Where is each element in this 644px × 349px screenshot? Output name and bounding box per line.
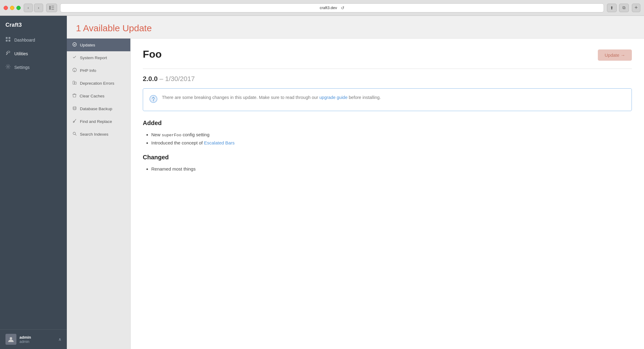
svg-point-10 — [73, 43, 77, 46]
svg-rect-3 — [51, 9, 54, 10]
section-heading-changed: Changed — [143, 154, 632, 161]
address-bar[interactable]: craft3.dev ↺ — [60, 3, 604, 12]
escalated-bars-link[interactable]: Escalated Bars — [204, 140, 235, 145]
forward-button[interactable]: › — [34, 4, 43, 12]
sub-nav-label-database-backup: Database Backup — [80, 107, 112, 111]
sub-nav-label-clear-caches: Clear Caches — [80, 94, 104, 98]
user-menu-chevron[interactable]: ∧ — [58, 337, 61, 342]
forward-icon: › — [38, 5, 39, 10]
upgrade-guide-link[interactable]: upgrade guide — [319, 95, 348, 100]
svg-rect-7 — [9, 40, 10, 42]
user-avatar — [5, 334, 16, 345]
version-number: 2.0.0 — [143, 75, 158, 83]
brand-name: Craft3 — [0, 16, 67, 33]
user-role: admin — [19, 340, 55, 344]
sub-nav-item-deprecation-errors[interactable]: Deprecation Errors — [67, 77, 130, 90]
back-button[interactable]: ‹ — [24, 4, 33, 12]
browser-actions: ⬆ ⧉ — [607, 4, 629, 12]
sub-nav-label-find-replace: Find and Replace — [80, 119, 112, 124]
user-name: admin — [19, 335, 55, 340]
settings-icon — [5, 64, 11, 70]
sidebar-item-label-dashboard: Dashboard — [14, 38, 35, 42]
svg-rect-5 — [9, 37, 10, 39]
system-report-icon — [72, 55, 77, 60]
traffic-lights — [4, 6, 21, 10]
sub-sidebar: Updates System Report i — [67, 39, 131, 349]
sub-nav-label-updates: Updates — [80, 43, 95, 47]
share-icon: ⬆ — [610, 5, 614, 10]
svg-point-9 — [10, 337, 12, 340]
notice-text: There are some breaking changes in this … — [162, 94, 381, 101]
reload-button[interactable]: ↺ — [341, 5, 344, 10]
new-tab-button[interactable]: + — [632, 4, 640, 12]
updates-icon — [72, 42, 77, 48]
minimize-button[interactable] — [10, 6, 14, 10]
clear-caches-icon — [72, 93, 77, 99]
maximize-button[interactable] — [16, 6, 21, 10]
share-button[interactable]: ⬆ — [607, 4, 617, 12]
list-item: New superFoo config setting — [151, 131, 632, 139]
svg-rect-2 — [51, 8, 54, 8]
svg-rect-14 — [75, 82, 76, 84]
sub-nav-item-find-replace[interactable]: Find and Replace — [67, 115, 130, 128]
find-replace-icon — [72, 119, 77, 124]
svg-rect-0 — [49, 6, 51, 10]
added-list: New superFoo config setting Introduced t… — [143, 131, 632, 147]
sidebar-item-label-utilities: Utilities — [14, 51, 28, 56]
sidebar-item-utilities[interactable]: Utilities — [0, 47, 67, 60]
duplicate-button[interactable]: ⧉ — [619, 4, 629, 12]
sub-nav-label-search-indexes: Search Indexes — [80, 132, 108, 137]
nav-buttons: ‹ › — [24, 4, 43, 12]
sub-nav-item-php-info[interactable]: i PHP Info — [67, 64, 130, 77]
utilities-icon — [5, 50, 11, 57]
search-indexes-icon — [72, 131, 77, 137]
changed-list: Renamed most things — [143, 165, 632, 173]
svg-text:i: i — [74, 69, 75, 72]
notice-icon — [149, 95, 158, 105]
package-header: Foo Update → — [143, 48, 632, 64]
section-heading-added: Added — [143, 120, 632, 127]
code-superfoo: superFoo — [162, 133, 181, 137]
list-item: Renamed most things — [151, 165, 632, 173]
list-item: Introduced the concept of Escalated Bars — [151, 139, 632, 147]
content-area: 1 Available Update Updates — [67, 16, 644, 349]
package-title: Foo — [143, 48, 162, 60]
sidebar-toggle-button[interactable] — [46, 4, 57, 12]
update-button[interactable]: Update → — [598, 49, 632, 61]
main-nav: Dashboard Utilities Se — [0, 33, 67, 329]
svg-rect-1 — [51, 6, 54, 6]
sub-nav-label-php-info: PHP Info — [80, 68, 96, 73]
sidebar-item-settings[interactable]: Settings — [0, 60, 67, 74]
sidebar-toggle-icon — [49, 6, 54, 10]
page-header: 1 Available Update — [67, 16, 644, 39]
sidebar-item-dashboard[interactable]: Dashboard — [0, 33, 67, 47]
sidebar-item-label-settings: Settings — [14, 65, 30, 70]
sub-nav-label-deprecation-errors: Deprecation Errors — [80, 81, 114, 86]
duplicate-icon: ⧉ — [622, 5, 625, 10]
php-info-icon: i — [72, 68, 77, 73]
svg-rect-13 — [73, 81, 74, 84]
svg-point-20 — [153, 100, 154, 101]
plus-icon: + — [635, 5, 638, 11]
svg-point-8 — [7, 66, 9, 67]
close-button[interactable] — [4, 6, 8, 10]
svg-point-15 — [73, 107, 76, 108]
sub-layout: Updates System Report i — [67, 39, 644, 349]
divider — [143, 69, 632, 69]
sub-nav-item-database-backup[interactable]: Database Backup — [67, 102, 130, 115]
main-sidebar: Craft3 Dashboard — [0, 16, 67, 349]
main-content: Foo Update → 2.0.0 – 1/30/2017 — [131, 39, 644, 349]
version-line: 2.0.0 – 1/30/2017 — [143, 75, 632, 83]
sub-nav-item-clear-caches[interactable]: Clear Caches — [67, 90, 130, 102]
sub-nav-item-system-report[interactable]: System Report — [67, 51, 130, 64]
url-text: craft3.dev — [320, 5, 337, 10]
sub-nav-item-updates[interactable]: Updates — [67, 39, 130, 51]
user-area: admin admin ∧ — [0, 329, 67, 349]
dashboard-icon — [5, 37, 11, 43]
browser-chrome: ‹ › craft3.dev ↺ ⬆ ⧉ + — [0, 0, 644, 16]
sub-nav-item-search-indexes[interactable]: Search Indexes — [67, 128, 130, 141]
deprecation-errors-icon — [72, 80, 77, 86]
back-icon: ‹ — [28, 5, 29, 10]
svg-rect-4 — [6, 37, 8, 39]
sub-nav-label-system-report: System Report — [80, 56, 107, 60]
